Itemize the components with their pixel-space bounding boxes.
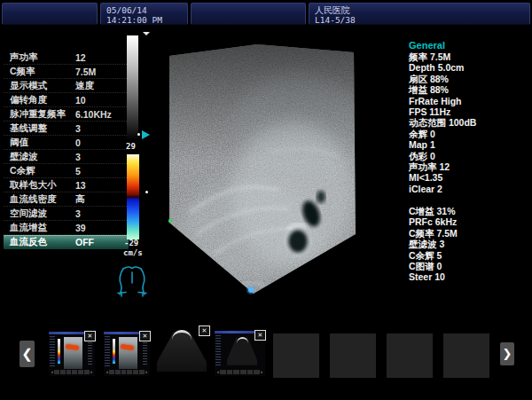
mini-left-text (215, 335, 221, 365)
parameter-row[interactable]: 基线调整 3 (4, 122, 129, 136)
status-line: 声功率 12 (409, 161, 529, 172)
body-mark-abdomen-icon (113, 264, 152, 300)
thumbnail-4[interactable]: ‹ › ✕ (215, 331, 265, 376)
mini-scale-bars (58, 339, 60, 364)
parameter-label: 血流线密度 (10, 193, 75, 206)
mini-doppler-blob (121, 344, 135, 350)
status-line: C频率 7.5M (409, 228, 529, 239)
mini-sector-cap (172, 330, 192, 340)
velocity-unit-label: cm/s (123, 248, 143, 257)
close-icon[interactable]: ✕ (139, 331, 151, 341)
date-text: 05/06/14 (106, 5, 162, 15)
status-line: iClear 2 (409, 184, 529, 194)
topbar-empty-block-2 (191, 3, 306, 25)
status-line: 伪彩 0 (409, 151, 529, 161)
status-line: MI<1.35 (409, 172, 529, 183)
status-line: 动态范围 100dB (409, 117, 529, 128)
parameter-value: 10 (75, 95, 86, 106)
parameter-value: 高 (75, 193, 85, 206)
velocity-min-label: -29 (124, 239, 138, 247)
parameter-row[interactable]: 壁滤波 3 (4, 150, 129, 164)
status-line: 增益 88% (409, 84, 529, 95)
parameter-row[interactable]: C余辉 5 (4, 164, 129, 178)
parameter-row[interactable]: 血流反色 OFF (4, 235, 129, 249)
parameter-row[interactable]: 脉冲重复频率 6.10KHz (4, 107, 129, 122)
parameter-row[interactable]: 血流线密度 高 (4, 192, 129, 207)
thumbnail-3[interactable]: ✕ (154, 326, 209, 380)
parameter-row[interactable]: 阈值 0 (4, 136, 129, 150)
gray-map-bar (127, 35, 138, 140)
topbar-empty-block-1 (2, 3, 98, 25)
parameter-label: 血流增益 (10, 222, 75, 234)
parameter-label: 血流反色 (10, 236, 75, 248)
mini-sector-cap (237, 337, 248, 343)
thumbnail-empty-slot (443, 333, 489, 378)
hospital-name: 人民医院 (315, 5, 356, 15)
mini-echo-strip (119, 337, 137, 369)
prev-thumbnails-button[interactable]: ❮ (20, 341, 35, 367)
parameter-row[interactable]: 血流增益 39 (4, 221, 129, 235)
thumbnail-2[interactable]: ‹ › ✕ (104, 332, 150, 376)
gray-map-arrow-icon (142, 130, 150, 139)
thumbnail-empty-slot (387, 333, 433, 378)
status-line: FPS 11Hz (409, 106, 529, 117)
status-line: C增益 31% (409, 206, 529, 216)
parameter-row[interactable]: 显示模式 速度 (4, 79, 129, 93)
probe-model: L14-5/38 (315, 15, 356, 25)
datetime-block: 05/06/14 14:21:00 PM (100, 3, 188, 25)
status-line: C余辉 5 (409, 250, 529, 261)
close-icon[interactable]: ✕ (254, 330, 266, 341)
mini-thumbnail-row: ‹ › (217, 369, 262, 375)
gray-map-dot (137, 133, 140, 136)
status-line: C图谱 0 (409, 261, 529, 271)
parameter-value: 3 (75, 152, 81, 162)
mini-thumbnail-row: ‹ › (106, 369, 147, 375)
parameter-row[interactable]: 偏转角度 10 (4, 93, 129, 107)
velocity-max-label: 29 (126, 142, 136, 151)
parameter-label: 偏转角度 (10, 94, 75, 106)
mini-prev-icon: ‹ (217, 369, 219, 375)
parameter-label: C频率 (10, 66, 75, 78)
parameter-value: OFF (75, 237, 94, 247)
parameter-label: 声功率 (10, 51, 75, 64)
parameter-value: 3 (75, 123, 81, 134)
ultrasound-app-screen: 05/06/14 14:21:00 PM 人民医院 L14-5/38 声功率 1… (0, 0, 532, 400)
status-line: PRFc 6kHz (409, 216, 529, 227)
parameter-value: 39 (75, 223, 86, 233)
parameter-value: 12 (75, 52, 86, 63)
mini-prev-icon: ‹ (106, 369, 108, 375)
color-bar-dot (145, 191, 148, 193)
thumbnail-1[interactable]: ‹ › ✕ (49, 332, 95, 376)
close-icon[interactable]: ✕ (199, 325, 210, 336)
color-status-lines: C增益 31%PRFc 6kHzC频率 7.5M壁滤波 3C余辉 5C图谱 0S… (409, 206, 529, 283)
parameter-row[interactable]: C频率 7.5M (4, 65, 129, 79)
mini-next-icon: › (261, 369, 262, 375)
parameter-value: 速度 (75, 80, 94, 92)
parameter-label: 阈值 (10, 137, 75, 149)
probe-position-marker-icon (143, 32, 150, 35)
thumbnail-empty-slot (330, 333, 376, 378)
parameter-panel: 声功率 12 C频率 7.5M 显示模式 速度 偏转角度 10 脉冲重复频率 6… (4, 51, 129, 249)
status-panel: General 频率 7.5MDepth 5.0cm扇区 88%增益 88%Fr… (409, 40, 529, 283)
next-thumbnails-button[interactable]: ❯ (500, 342, 514, 365)
parameter-label: 脉冲重复频率 (10, 108, 75, 121)
close-icon[interactable]: ✕ (84, 331, 96, 341)
apex-marker-icon (248, 287, 254, 293)
parameter-label: 基线调整 (10, 122, 75, 135)
parameter-row[interactable]: 空间滤波 3 (4, 207, 129, 221)
parameter-value: 0 (75, 137, 81, 148)
parameter-row[interactable]: 取样包大小 13 (4, 178, 129, 192)
parameter-value: 7.5M (75, 67, 96, 77)
mini-scale-bars (113, 339, 115, 364)
thumbnail-empty-slot (273, 333, 319, 378)
mini-thumbnail-row: ‹ › (51, 369, 92, 375)
status-line: 余辉 0 (409, 129, 529, 139)
status-line: 频率 7.5M (409, 51, 529, 62)
color-doppler-bar (127, 154, 139, 239)
status-line: 扇区 88% (409, 74, 529, 84)
mini-next-icon: › (90, 369, 92, 375)
parameter-value: 5 (75, 166, 81, 176)
status-line: FrRate High (409, 96, 529, 106)
parameter-row[interactable]: 声功率 12 (4, 51, 129, 65)
parameter-value: 6.10KHz (75, 109, 112, 120)
